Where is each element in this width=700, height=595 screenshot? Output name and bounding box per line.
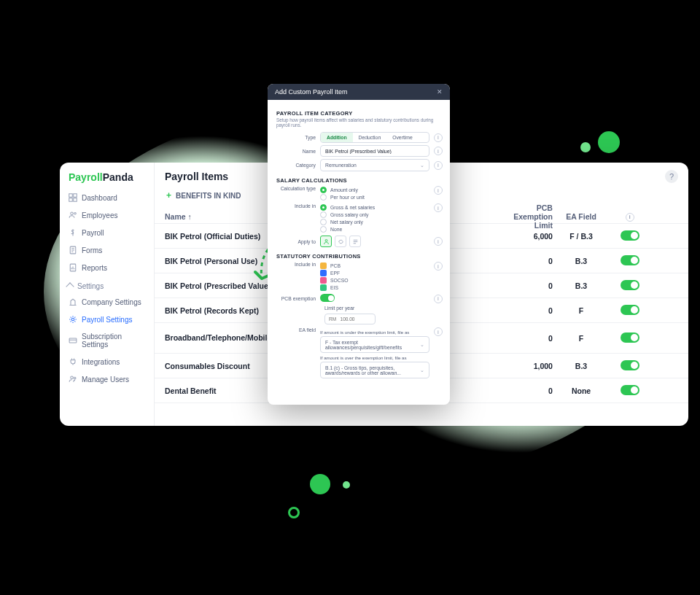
nav-payroll[interactable]: Payroll [60, 224, 154, 241]
plus-icon: + [166, 190, 171, 201]
nav-payroll-settings[interactable]: Payroll Settings [60, 311, 154, 328]
info-icon[interactable]: i [434, 237, 443, 246]
svg-point-8 [71, 318, 74, 320]
apply-to-recurring[interactable] [335, 236, 346, 247]
svg-point-5 [74, 212, 77, 214]
svg-rect-1 [74, 194, 77, 198]
info-icon[interactable]: i [434, 262, 443, 271]
decorative-dot [310, 474, 330, 494]
nav-dashboard[interactable]: Dashboard [60, 189, 154, 206]
row-toggle[interactable] [621, 255, 639, 265]
gear-icon [69, 315, 77, 324]
sidebar-section-settings[interactable]: Settings [60, 276, 154, 293]
socso-check[interactable] [320, 277, 327, 284]
field-label: Calculation type [276, 186, 316, 191]
row-toggle[interactable] [621, 360, 639, 370]
field-label: Category [276, 163, 316, 168]
info-icon[interactable]: i [434, 295, 443, 303]
row-pcb: 0 [496, 386, 553, 395]
category-select[interactable]: Remuneration ⌄ [320, 159, 429, 171]
info-icon[interactable]: i [434, 203, 443, 212]
radio-amount-only[interactable]: Amount only [320, 187, 429, 193]
row-ea: None [553, 386, 610, 395]
row-toggle[interactable] [621, 332, 639, 343]
row-toggle[interactable] [621, 385, 639, 395]
close-icon[interactable]: ✕ [437, 88, 443, 96]
radio-icon [320, 194, 327, 201]
row-pcb: 0 [496, 257, 553, 265]
type-opt-deduction[interactable]: Deduction [353, 133, 387, 142]
info-icon[interactable]: i [434, 147, 443, 155]
page-title: Payroll Items [165, 171, 228, 182]
name-input[interactable] [320, 145, 429, 157]
row-pcb: 0 [496, 281, 553, 290]
radio-icon [320, 219, 327, 225]
radio-net-only[interactable]: Net salary only [320, 219, 429, 225]
info-icon[interactable]: i [434, 327, 443, 336]
radio-gross-only[interactable]: Gross salary only [320, 211, 429, 218]
apply-to-user[interactable] [320, 236, 332, 247]
nav-label: Manage Users [82, 376, 129, 384]
radio-gross-net[interactable]: Gross & net salaries [320, 204, 429, 211]
apply-to-list[interactable] [349, 236, 361, 247]
sidebar: PayrollPanda Dashboard Employees Payroll [60, 163, 155, 426]
info-icon[interactable]: i [434, 161, 443, 170]
col-ea[interactable]: EA Field [553, 212, 610, 221]
svg-point-4 [71, 212, 73, 214]
nav-label: Employees [82, 211, 117, 219]
brand-logo: PayrollPanda [60, 163, 154, 189]
nav-label: Payroll Settings [82, 316, 132, 324]
radio-per-hour[interactable]: Per hour or unit [320, 194, 429, 201]
nav-manage-users[interactable]: Manage Users [60, 370, 154, 388]
field-label: Limit per year [324, 306, 354, 311]
radio-icon [320, 204, 327, 211]
ea-over-select[interactable]: B.1 (c) - Gross tips, perquisites, award… [320, 362, 429, 378]
row-ea: F [553, 306, 610, 315]
field-label: Include in [276, 262, 316, 267]
epf-check[interactable] [320, 270, 327, 276]
field-label: PCB exemption [276, 296, 316, 301]
nav-subscription-settings[interactable]: Subscription Settings [60, 328, 154, 353]
radio-none[interactable]: None [320, 226, 429, 233]
field-label: Type [276, 135, 316, 140]
svg-rect-9 [69, 338, 77, 343]
nav-reports[interactable]: Reports [60, 259, 154, 276]
add-item-modal: Add Custom Payroll Item ✕ PAYROLL ITEM C… [268, 84, 450, 405]
info-icon[interactable]: i [434, 186, 443, 195]
nav-label: Dashboard [82, 194, 117, 202]
type-segmented[interactable]: Addition Deduction Overtime [320, 132, 429, 143]
info-icon[interactable]: i [626, 213, 634, 222]
type-opt-overtime[interactable]: Overtime [386, 133, 419, 142]
svg-point-10 [71, 376, 73, 378]
row-toggle[interactable] [621, 280, 639, 290]
modal-section: STATUTORY CONTRIBUTIONS [276, 253, 441, 260]
row-ea: B.3 [553, 281, 610, 290]
ea-over-label: If amount is over the exemption limit, f… [320, 355, 429, 360]
chevron-down-icon: ⌄ [420, 163, 424, 168]
row-toggle[interactable] [621, 230, 639, 241]
info-icon[interactable]: i [434, 133, 443, 142]
nav-integrations[interactable]: Integrations [60, 353, 154, 370]
col-pcb[interactable]: PCB Exemption Limit [496, 203, 553, 230]
pcb-check[interactable] [320, 262, 327, 269]
type-opt-addition[interactable]: Addition [321, 133, 353, 142]
card-icon [69, 336, 77, 345]
row-toggle[interactable] [621, 305, 639, 315]
nav-company-settings[interactable]: Company Settings [60, 293, 154, 311]
ea-under-select[interactable]: F - Tax exempt allowances/perquisites/gi… [320, 336, 429, 353]
eis-check[interactable] [320, 284, 327, 291]
radio-icon [320, 226, 327, 233]
modal-title: Add Custom Payroll Item [275, 88, 348, 96]
row-ea: F [553, 334, 610, 343]
decorative-dot [580, 142, 591, 152]
row-ea: B.3 [553, 257, 610, 265]
field-label: EA field [276, 327, 316, 332]
pcb-exemption-toggle[interactable] [320, 294, 335, 302]
nav-forms[interactable]: Forms [60, 241, 154, 259]
modal-section: PAYROLL ITEM CATEGORY [276, 110, 441, 117]
nav-employees[interactable]: Employees [60, 206, 154, 224]
help-button[interactable]: ? [665, 170, 678, 183]
svg-rect-3 [74, 198, 77, 202]
limit-input[interactable] [324, 314, 376, 324]
row-pcb: 0 [496, 306, 553, 315]
